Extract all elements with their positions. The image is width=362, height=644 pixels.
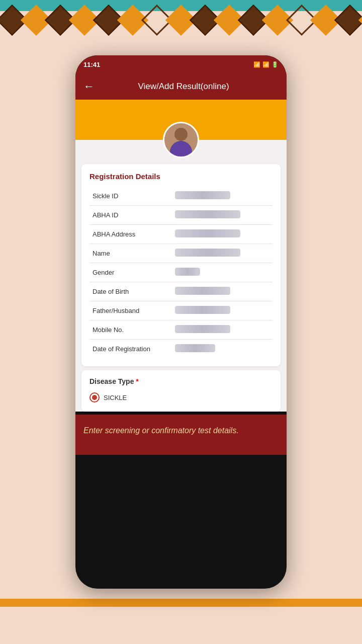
father-husband-label: Father/Husband bbox=[89, 301, 172, 320]
sickle-id-label: Sickle ID bbox=[89, 187, 172, 206]
status-time: 11:41 bbox=[83, 61, 100, 68]
table-row: ABHA Address bbox=[89, 225, 273, 244]
registration-table: Sickle ID ABHA ID ABHA Address bbox=[89, 187, 273, 358]
dor-label: Date of Registration bbox=[89, 340, 172, 359]
abha-address-label: ABHA Address bbox=[89, 225, 172, 244]
disease-section-title: Disease Type * bbox=[89, 377, 273, 385]
table-row: Gender bbox=[89, 263, 273, 282]
name-label: Name bbox=[89, 244, 172, 263]
table-row: Name bbox=[89, 244, 273, 263]
table-row: Sickle ID bbox=[89, 187, 273, 206]
app-bar: ← View/Add Result(online) bbox=[75, 73, 287, 100]
phone-wrapper: 11:41 📶 📶 🔋 ← View/Add Result(online) bbox=[0, 45, 362, 599]
phone-frame: 11:41 📶 📶 🔋 ← View/Add Result(online) bbox=[75, 55, 287, 589]
table-row: ABHA ID bbox=[89, 206, 273, 225]
abha-id-label: ABHA ID bbox=[89, 206, 172, 225]
mobile-blurred bbox=[175, 325, 230, 333]
abha-id-value bbox=[172, 206, 273, 225]
status-icons: 📶 📶 🔋 bbox=[253, 61, 279, 68]
dor-value bbox=[172, 340, 273, 359]
father-husband-value bbox=[172, 301, 273, 320]
person-head bbox=[174, 128, 188, 141]
dob-value bbox=[172, 282, 273, 301]
mobile-value bbox=[172, 320, 273, 340]
abha-id-blurred bbox=[175, 210, 240, 218]
diamond-15 bbox=[334, 5, 362, 36]
dob-blurred bbox=[175, 287, 230, 295]
diamond-16 bbox=[358, 5, 362, 36]
orange-bottom-stripe bbox=[0, 599, 362, 607]
abha-address-value bbox=[172, 225, 273, 244]
sickle-radio-label: SICKLE bbox=[104, 394, 127, 401]
diamond-pattern-row bbox=[0, 9, 362, 31]
profile-photo bbox=[164, 123, 198, 157]
status-bar: 11:41 📶 📶 🔋 bbox=[75, 55, 287, 73]
registration-section-title: Registration Details bbox=[89, 172, 273, 181]
table-row: Date of Registration bbox=[89, 340, 273, 359]
avatar bbox=[163, 122, 199, 158]
registration-card: Registration Details Sickle ID ABHA ID bbox=[81, 164, 281, 366]
disease-type-label: Disease Type bbox=[89, 377, 134, 385]
back-button[interactable]: ← bbox=[83, 80, 95, 93]
required-star: * bbox=[136, 377, 138, 385]
decorative-top-border bbox=[0, 0, 362, 45]
name-value bbox=[172, 244, 273, 263]
app-title: View/Add Result(online) bbox=[101, 82, 279, 92]
sickle-radio-button[interactable] bbox=[89, 392, 100, 403]
table-row: Mobile No. bbox=[89, 320, 273, 340]
content-area: Registration Details Sickle ID ABHA ID bbox=[75, 140, 287, 412]
decorative-bottom-border bbox=[0, 599, 362, 639]
sickle-radio-row[interactable]: SICKLE bbox=[89, 390, 273, 405]
gender-value bbox=[172, 263, 273, 282]
gender-blurred bbox=[175, 268, 200, 276]
dob-label: Date of Birth bbox=[89, 282, 172, 301]
dor-blurred bbox=[175, 344, 215, 352]
wifi-icon: 📶 bbox=[253, 61, 260, 68]
radio-selected-dot bbox=[92, 395, 97, 400]
father-husband-blurred bbox=[175, 306, 230, 314]
signal-icon: 📶 bbox=[262, 61, 269, 68]
person-body bbox=[170, 141, 192, 157]
bottom-banner-text: Enter screening or confirmatory test det… bbox=[83, 425, 279, 437]
bottom-banner: Enter screening or confirmatory test det… bbox=[75, 415, 287, 455]
abha-address-blurred bbox=[175, 229, 240, 237]
table-row: Date of Birth bbox=[89, 282, 273, 301]
sickle-id-value bbox=[172, 187, 273, 206]
disease-card: Disease Type * SICKLE bbox=[81, 370, 281, 412]
gender-label: Gender bbox=[89, 263, 172, 282]
battery-icon: 🔋 bbox=[272, 61, 279, 68]
name-blurred bbox=[175, 249, 240, 257]
sickle-id-blurred bbox=[175, 191, 230, 199]
table-row: Father/Husband bbox=[89, 301, 273, 320]
mobile-label: Mobile No. bbox=[89, 320, 172, 340]
orange-header bbox=[75, 100, 287, 140]
